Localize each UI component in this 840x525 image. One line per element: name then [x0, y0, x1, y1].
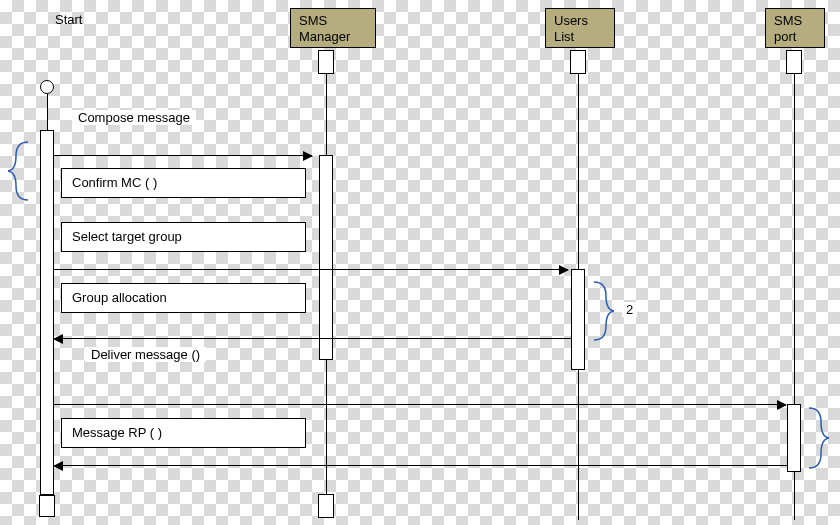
message-deliver: Deliver message () — [85, 347, 206, 362]
message-confirm-mc: Confirm MC ( ) — [61, 168, 306, 198]
brace-icon — [805, 406, 831, 470]
arrow-select-target — [54, 269, 568, 270]
lifeline-line-users-list-upper — [578, 74, 579, 269]
lifeline-sms-port: SMS port — [765, 8, 825, 48]
lifeline-line-users-list-lower — [578, 370, 579, 520]
message-label: Confirm MC ( ) — [72, 175, 157, 190]
lifeline-label: SMS Manager — [299, 13, 350, 44]
message-label: Group allocation — [72, 290, 167, 305]
brace-icon — [590, 280, 618, 342]
message-label: Message RP ( ) — [72, 425, 162, 440]
lifeline-line-sms-port-lower — [794, 472, 795, 520]
lifeline-line-sms-port-upper — [794, 74, 795, 404]
message-rp: Message RP ( ) — [61, 418, 306, 448]
arrow-compose — [54, 155, 312, 156]
brace-icon — [6, 140, 34, 202]
lifeline-head-rect — [318, 50, 334, 74]
activation-actor — [40, 130, 54, 495]
message-compose: Compose message — [72, 110, 196, 125]
message-select-target: Select target group — [61, 222, 306, 252]
lifeline-foot-rect — [318, 494, 334, 518]
arrow-message-rp-return — [54, 465, 787, 466]
message-group-allocation: Group allocation — [61, 283, 306, 313]
lifeline-label: SMS port — [774, 13, 802, 44]
lifeline-label: Users List — [554, 13, 588, 44]
start-label: Start — [55, 12, 82, 27]
arrow-group-allocation-return — [54, 338, 571, 339]
activation-sms-manager — [319, 155, 333, 360]
activation-sms-port — [787, 404, 801, 472]
lifeline-users-list: Users List — [545, 8, 615, 48]
annotation-two: 2 — [622, 302, 637, 317]
lifeline-sms-manager: SMS Manager — [290, 8, 376, 48]
lifeline-head-rect — [786, 50, 802, 74]
actor-head — [40, 80, 54, 94]
lifeline-head-rect — [570, 50, 586, 74]
lifeline-foot-rect — [39, 495, 55, 517]
activation-users-list — [571, 269, 585, 370]
arrow-deliver — [54, 404, 786, 405]
actor-stem — [47, 94, 48, 130]
message-label: Select target group — [72, 229, 182, 244]
